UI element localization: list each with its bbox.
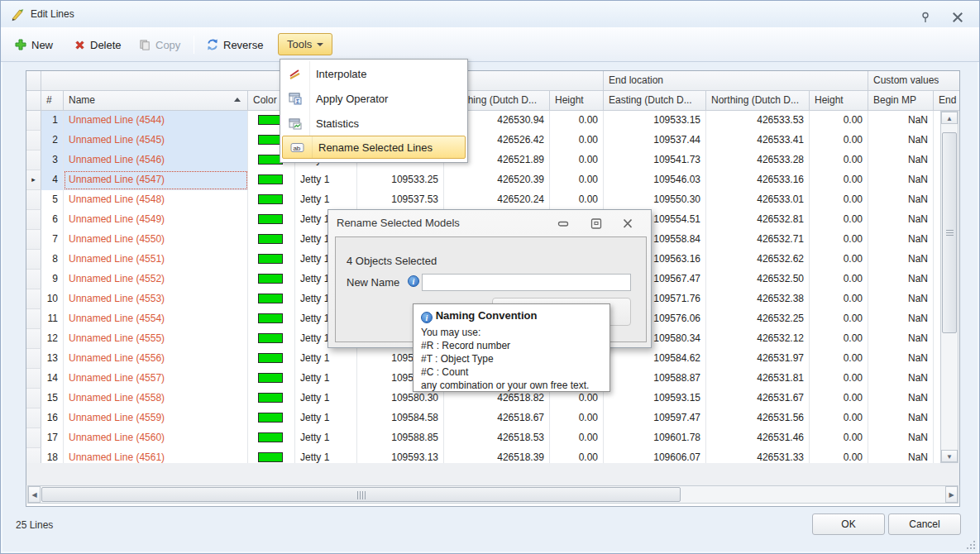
cell-ee[interactable]: 109533.15 [604,111,706,131]
cell-bh[interactable]: 0.00 [550,428,604,448]
cell-num[interactable]: 8 [41,250,64,270]
table-row[interactable]: ▸4Unnamed Line (4547)Jetty 1109533.25426… [26,170,959,190]
cell-name[interactable]: Unnamed Line (4550) [64,230,248,250]
cell-eh[interactable]: 0.00 [810,170,868,190]
cell-name[interactable]: Unnamed Line (4558) [64,389,248,408]
cell-group[interactable]: Jetty 1 [295,448,357,463]
minimize-icon[interactable] [557,218,569,229]
cell-en[interactable]: 426532.71 [706,230,810,250]
scroll-down-icon[interactable]: ▼ [941,450,958,462]
cell-eh[interactable]: 0.00 [810,270,868,289]
cell-bh[interactable]: 0.00 [550,170,604,190]
cell-group[interactable]: Jetty 1 [295,428,357,448]
cell-en[interactable]: 426533.53 [706,111,810,131]
cell-name[interactable]: Unnamed Line (4547) [64,170,248,190]
column-header-num[interactable]: # [41,91,64,111]
cell-color[interactable] [248,389,295,408]
cell-mp[interactable]: NaN [868,349,934,369]
cell-be[interactable]: 109533.25 [357,170,444,190]
cell-eh[interactable]: 0.00 [810,369,868,389]
cell-ee[interactable]: 109597.47 [604,408,706,428]
cell-ee[interactable]: 109606.07 [604,448,706,463]
cell-be[interactable]: 109537.53 [357,190,444,210]
cell-ee[interactable]: 109593.15 [604,389,706,408]
column-header-name[interactable]: Name [64,91,248,111]
cell-mp[interactable]: NaN [868,250,934,270]
table-row[interactable]: 17Unnamed Line (4560)Jetty 1109588.85426… [26,428,959,448]
cell-color[interactable] [248,408,295,428]
cell-ee[interactable]: 109550.30 [604,190,706,210]
close-icon[interactable] [951,12,964,23]
cell-eh[interactable]: 0.00 [810,448,868,463]
column-header-end-northing[interactable]: Northing (Dutch D... [706,91,810,111]
cell-eh[interactable]: 0.00 [810,329,868,349]
table-row[interactable]: 5Unnamed Line (4548)Jetty 1109537.534265… [26,190,959,210]
cell-ee[interactable]: 109537.44 [604,131,706,150]
cell-name[interactable]: Unnamed Line (4554) [64,309,248,329]
cell-name[interactable]: Unnamed Line (4546) [64,150,248,170]
delete-button[interactable]: Delete [69,34,127,55]
new-name-input[interactable] [422,274,631,291]
cell-name[interactable]: Unnamed Line (4557) [64,369,248,389]
cell-group[interactable]: Jetty 1 [295,389,357,408]
cell-num[interactable]: 1 [41,111,64,131]
cell-bh[interactable]: 0.00 [550,150,604,170]
cell-bn[interactable]: 426520.24 [444,190,550,210]
cell-en[interactable]: 426533.01 [706,190,810,210]
cell-mp[interactable]: NaN [868,428,934,448]
cell-bn[interactable]: 426518.53 [444,428,550,448]
cell-color[interactable] [248,210,295,230]
cell-mp[interactable]: NaN [868,329,934,349]
close-icon[interactable] [622,218,633,229]
cell-en[interactable]: 426531.56 [706,408,810,428]
cell-color[interactable] [248,369,295,389]
cell-name[interactable]: Unnamed Line (4556) [64,349,248,369]
cell-num[interactable]: 13 [41,349,64,369]
column-header-begin-mp[interactable]: Begin MP [868,91,934,111]
cell-num[interactable]: 9 [41,270,64,289]
copy-button[interactable]: Copy [134,34,185,55]
column-header-end-easting[interactable]: Easting (Dutch D... [604,91,706,111]
cell-en[interactable]: 426531.33 [706,448,810,463]
cell-en[interactable]: 426532.12 [706,329,810,349]
cell-num[interactable]: 7 [41,230,64,250]
cell-bh[interactable]: 0.00 [550,408,604,428]
cell-name[interactable]: Unnamed Line (4551) [64,250,248,270]
cell-en[interactable]: 426532.50 [706,270,810,289]
cell-mp[interactable]: NaN [868,408,934,428]
cell-mp[interactable]: NaN [868,210,934,230]
cell-color[interactable] [248,289,295,309]
cell-num[interactable]: 17 [41,428,64,448]
cell-eh[interactable]: 0.00 [810,230,868,250]
cell-num[interactable]: 16 [41,408,64,428]
cell-color[interactable] [248,190,295,210]
cell-color[interactable] [248,309,295,329]
cell-bn[interactable]: 426520.39 [444,170,550,190]
reverse-button[interactable]: Reverse [201,34,268,55]
cell-mp[interactable]: NaN [868,190,934,210]
cell-ee[interactable]: 109541.73 [604,150,706,170]
cell-mp[interactable]: NaN [868,289,934,309]
cell-bh[interactable]: 0.00 [550,131,604,150]
cell-group[interactable]: Jetty 1 [295,369,357,389]
cell-en[interactable]: 426531.67 [706,389,810,408]
cell-eh[interactable]: 0.00 [810,349,868,369]
cell-color[interactable] [248,448,295,463]
cell-mp[interactable]: NaN [868,389,934,408]
cell-num[interactable]: 18 [41,448,64,463]
cell-eh[interactable]: 0.00 [810,389,868,408]
cell-color[interactable] [248,170,295,190]
pin-icon[interactable] [919,12,932,23]
vertical-scrollbar[interactable]: ▲ ▼ [940,111,958,463]
cell-name[interactable]: Unnamed Line (4544) [64,111,248,131]
cell-mp[interactable]: NaN [868,170,934,190]
cell-name[interactable]: Unnamed Line (4561) [64,448,248,463]
cell-mp[interactable]: NaN [868,131,934,150]
cell-be[interactable]: 109584.58 [357,408,444,428]
cancel-button[interactable]: Cancel [888,513,961,535]
column-header-begin-height[interactable]: Height [550,91,604,111]
cell-eh[interactable]: 0.00 [810,309,868,329]
cell-mp[interactable]: NaN [868,448,934,463]
cell-eh[interactable]: 0.00 [810,250,868,270]
cell-name[interactable]: Unnamed Line (4552) [64,270,248,289]
